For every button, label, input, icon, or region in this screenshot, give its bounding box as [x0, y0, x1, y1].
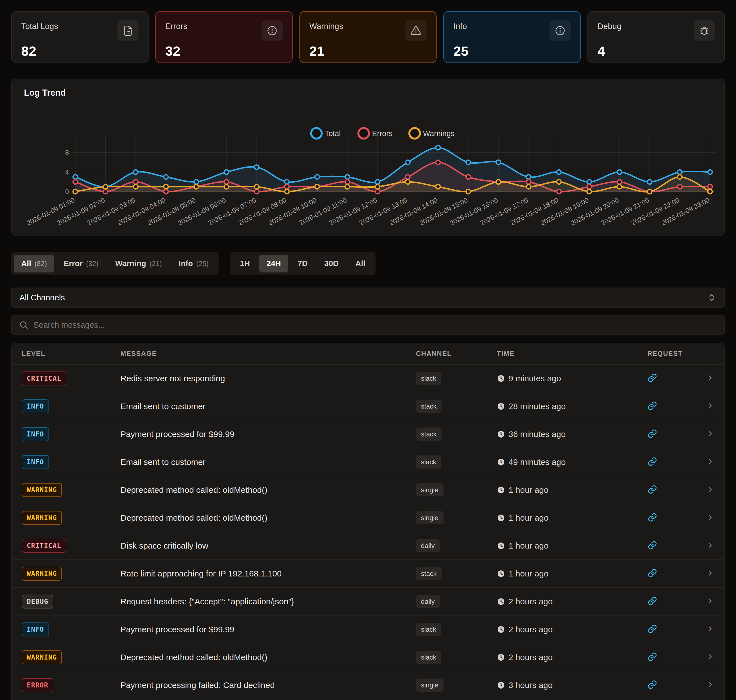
request-link-icon[interactable] — [647, 484, 657, 494]
table-row[interactable]: WARNING Deprecated method called: oldMet… — [12, 476, 724, 504]
request-link-icon[interactable] — [647, 373, 657, 383]
channel-badge: slack — [416, 623, 441, 636]
log-message: Deprecated method called: oldMethod() — [120, 485, 416, 495]
log-message: Rate limit approaching for IP 192.168.1.… — [120, 569, 416, 578]
clock-icon — [497, 681, 505, 690]
clock-icon — [497, 486, 505, 494]
search-input[interactable] — [34, 321, 717, 329]
range-filter-group: 1H 24H 7D 30D All — [230, 252, 375, 275]
row-chevron-icon[interactable] — [703, 374, 714, 383]
table-row[interactable]: CRITICAL Disk space critically low daily… — [12, 532, 724, 560]
stat-value: 32 — [165, 44, 283, 59]
table-row[interactable]: INFO Payment processed for $99.99 slack … — [12, 616, 724, 643]
log-time: 1 hour ago — [497, 541, 647, 550]
level-badge: WARNING — [22, 650, 62, 664]
table-row[interactable]: INFO Email sent to customer slack 49 min… — [12, 448, 724, 476]
row-chevron-icon[interactable] — [703, 653, 714, 662]
row-chevron-icon[interactable] — [703, 597, 714, 606]
log-message: Request headers: {"Accept": "application… — [120, 597, 416, 606]
table-row[interactable]: INFO Payment processed for $99.99 stack … — [12, 420, 724, 448]
channel-badge: slack — [416, 372, 441, 385]
row-chevron-icon[interactable] — [703, 681, 714, 690]
request-link-icon[interactable] — [647, 429, 657, 439]
request-link-icon[interactable] — [647, 540, 657, 550]
request-link-icon[interactable] — [647, 596, 657, 606]
log-time: 2 hours ago — [497, 653, 647, 662]
range-tab-24h[interactable]: 24H — [259, 254, 288, 272]
request-link-icon[interactable] — [647, 679, 657, 690]
request-link-icon[interactable] — [647, 457, 657, 466]
level-badge: INFO — [22, 622, 49, 637]
channel-select-value: All Channels — [19, 293, 65, 302]
range-tab-30d[interactable]: 30D — [317, 254, 346, 272]
stat-value: 82 — [21, 44, 138, 59]
row-chevron-icon[interactable] — [703, 401, 714, 411]
range-tab-1h[interactable]: 1H — [232, 254, 257, 272]
log-time: 1 hour ago — [497, 485, 647, 495]
log-time: 28 minutes ago — [497, 401, 647, 411]
clock-icon — [497, 569, 505, 578]
request-link-icon[interactable] — [647, 568, 657, 578]
log-message: Payment processed for $99.99 — [120, 429, 416, 439]
row-chevron-icon[interactable] — [703, 625, 714, 634]
table-row[interactable]: WARNING Deprecated method called: oldMet… — [12, 504, 724, 532]
table-row[interactable]: WARNING Deprecated method called: oldMet… — [12, 643, 724, 671]
range-tab-7d[interactable]: 7D — [291, 254, 315, 272]
level-badge: ERROR — [22, 678, 53, 692]
log-message: Redis server not responding — [120, 374, 416, 383]
row-chevron-icon[interactable] — [703, 457, 714, 467]
row-chevron-icon[interactable] — [703, 513, 714, 523]
log-time: 36 minutes ago — [497, 429, 647, 439]
request-link-icon[interactable] — [647, 652, 657, 662]
svg-text:0: 0 — [65, 188, 69, 196]
log-table: LEVEL MESSAGE CHANNEL TIME REQUEST CRITI… — [11, 343, 725, 700]
table-row[interactable]: WARNING Rate limit approaching for IP 19… — [12, 560, 724, 588]
table-row[interactable]: DEBUG Request headers: {"Accept": "appli… — [12, 588, 724, 616]
log-time: 2 hours ago — [497, 597, 647, 606]
row-chevron-icon[interactable] — [703, 569, 714, 578]
table-row[interactable]: CRITICAL Redis server not responding sla… — [12, 365, 724, 393]
svg-text:Warnings: Warnings — [423, 129, 454, 138]
channel-badge: stack — [416, 428, 442, 441]
request-link-icon[interactable] — [647, 512, 657, 522]
log-trend-header: Log Trend — [12, 79, 724, 107]
channel-badge: single — [416, 483, 444, 496]
stat-label: Warnings — [310, 20, 343, 31]
stat-label: Info — [453, 20, 467, 31]
level-tab-all[interactable]: All (82) — [14, 254, 54, 272]
range-tab-all[interactable]: All — [348, 254, 373, 272]
clock-icon — [497, 597, 505, 606]
channel-badge: daily — [416, 595, 440, 608]
channel-select[interactable]: All Channels — [11, 288, 725, 307]
log-message: Email sent to customer — [120, 457, 416, 467]
channel-badge: stack — [416, 567, 442, 580]
stat-card-debug: Debug 4 — [588, 11, 725, 63]
alert-triangle-icon — [405, 20, 426, 41]
log-time: 1 hour ago — [497, 513, 647, 523]
clock-icon — [497, 402, 505, 410]
table-row[interactable]: INFO Email sent to customer stack 28 min… — [12, 393, 724, 420]
search-bar — [11, 315, 725, 335]
chevron-up-down-icon — [707, 293, 717, 302]
request-link-icon[interactable] — [647, 401, 657, 411]
col-level: LEVEL — [22, 350, 120, 357]
level-tab-error[interactable]: Error (32) — [56, 254, 106, 272]
row-chevron-icon[interactable] — [703, 541, 714, 550]
level-badge: INFO — [22, 455, 49, 469]
clock-icon — [497, 541, 505, 550]
clock-icon — [497, 430, 505, 438]
level-tab-warning[interactable]: Warning (21) — [108, 254, 169, 272]
log-message: Email sent to customer — [120, 401, 416, 411]
level-tab-info[interactable]: Info (25) — [172, 254, 216, 272]
clock-icon — [497, 514, 505, 522]
log-message: Deprecated method called: oldMethod() — [120, 513, 416, 523]
table-row[interactable]: ERROR Payment processing failed: Card de… — [12, 671, 724, 699]
stat-value: 25 — [453, 44, 571, 59]
level-badge: INFO — [22, 427, 49, 441]
level-filter-group: All (82) Error (32) Warning (21) Info (2… — [11, 252, 219, 275]
stats-row: Total Logs 82 Errors 32 Warnings 21 Info… — [11, 11, 725, 63]
request-link-icon[interactable] — [647, 624, 657, 634]
row-chevron-icon[interactable] — [703, 485, 714, 495]
row-chevron-icon[interactable] — [703, 429, 714, 439]
svg-text:Errors: Errors — [372, 129, 393, 138]
